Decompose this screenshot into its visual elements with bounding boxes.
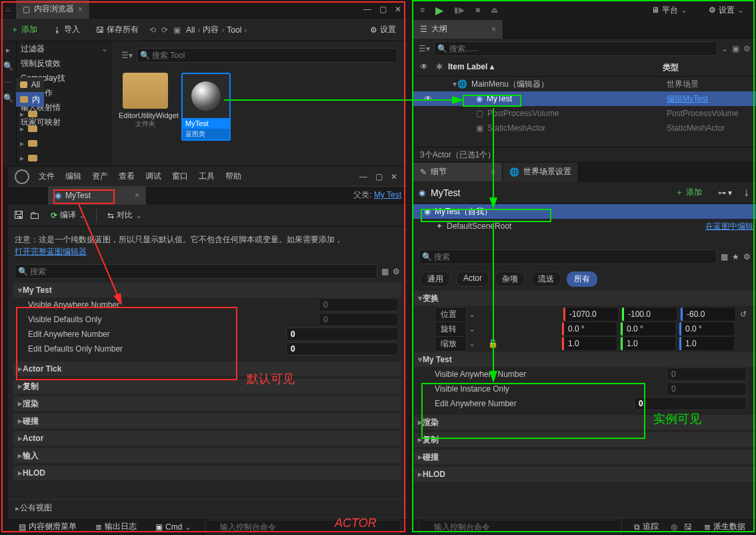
section-actor[interactable]: ▸Actor: [13, 431, 401, 446]
loc-label[interactable]: 位置: [435, 307, 467, 322]
tree-all[interactable]: All: [16, 77, 44, 92]
folder-up-icon[interactable]: ▣: [173, 25, 181, 35]
close-window-icon[interactable]: ✕: [391, 172, 397, 181]
tree-sub[interactable]: ▸: [16, 151, 44, 165]
close-window-icon[interactable]: ✕: [395, 5, 401, 14]
filter-item-0[interactable]: 强制反馈效: [17, 56, 112, 71]
public-view-label[interactable]: 公有视图: [20, 502, 52, 514]
search-icon[interactable]: 🔍: [3, 93, 13, 103]
grid-icon[interactable]: ▦: [381, 267, 389, 276]
pill-misc[interactable]: 杂项: [495, 272, 525, 287]
save-icon[interactable]: 🖫: [13, 209, 24, 221]
location-x[interactable]: -1070.0: [563, 307, 619, 322]
section-actortick[interactable]: ▸Actor Tick: [13, 362, 401, 376]
gear-icon[interactable]: ⚙: [393, 267, 400, 276]
tree-sub[interactable]: ▸: [16, 121, 44, 136]
maximize-icon[interactable]: ▢: [375, 172, 383, 181]
stop-icon[interactable]: ■: [475, 5, 480, 15]
asset-blueprint[interactable]: MyTest 蓝图类: [181, 73, 231, 141]
chevron-right-icon[interactable]: ▸: [6, 45, 10, 55]
section-collision[interactable]: ▸碰撞: [413, 450, 756, 464]
history-fwd-icon[interactable]: ⟳: [161, 25, 168, 35]
star-icon[interactable]: ★: [732, 252, 739, 261]
section-render[interactable]: ▸渲染: [413, 415, 756, 430]
pill-actor[interactable]: Actor: [456, 272, 489, 287]
crumb-tool[interactable]: Tool: [227, 25, 241, 35]
gear-icon[interactable]: ⚙: [743, 44, 751, 53]
settings-button[interactable]: ⚙设置 ⌄: [703, 3, 749, 18]
filter-icon[interactable]: ☰▾: [419, 44, 430, 53]
section-collision[interactable]: ▸碰撞: [13, 414, 401, 428]
minimize-icon[interactable]: —: [363, 5, 371, 14]
search-icon[interactable]: 🔍: [3, 61, 13, 71]
tree-sub[interactable]: ▸: [16, 136, 44, 151]
outliner-search-input[interactable]: [434, 41, 717, 56]
outliner-row-world[interactable]: ▾ 🌐 MainMenu（编辑器） 世界场景: [413, 77, 756, 91]
diff-button[interactable]: ⇆对比 ⌄: [102, 207, 147, 223]
rot-label[interactable]: 旋转: [435, 322, 467, 337]
section-mytest[interactable]: ▾My Test: [13, 283, 401, 298]
add-component-button[interactable]: ＋添加: [670, 185, 707, 200]
prop-value-input[interactable]: [286, 328, 399, 341]
menu-window[interactable]: 窗口: [172, 171, 188, 182]
search-input[interactable]: [137, 48, 397, 63]
console-input[interactable]: [419, 520, 622, 534]
details-search-input[interactable]: [419, 249, 717, 264]
add-button[interactable]: ＋添加: [5, 22, 43, 37]
output-log-button[interactable]: ≣输出日志: [90, 519, 142, 534]
world-settings-tab[interactable]: 🌐世界场景设置: [503, 163, 579, 181]
menu-edit[interactable]: 编辑: [65, 171, 81, 182]
minimize-icon[interactable]: —: [359, 172, 367, 181]
step-icon[interactable]: ▮▶: [454, 5, 465, 15]
eye-icon[interactable]: 👁: [424, 94, 437, 103]
scale-x[interactable]: 1.0: [561, 336, 617, 351]
menu-view[interactable]: 查看: [119, 171, 135, 182]
platform-button[interactable]: 🖥平台 ⌄: [646, 3, 693, 18]
section-transform[interactable]: ▾变换: [413, 291, 756, 306]
prop-value-input[interactable]: [286, 342, 399, 356]
scale-z[interactable]: 1.0: [679, 336, 735, 351]
filter-icon[interactable]: ☰▾: [121, 51, 133, 60]
section-replication[interactable]: ▸复制: [413, 432, 756, 447]
import-button[interactable]: ⭳导入: [48, 22, 85, 37]
lock-icon[interactable]: ⭳: [743, 188, 751, 197]
parent-class-link[interactable]: My Test: [374, 190, 401, 199]
rotation-z[interactable]: 0.0 °: [679, 322, 735, 336]
save-all-button[interactable]: 🖫保存所有: [91, 22, 144, 37]
section-input[interactable]: ▸输入: [13, 448, 401, 463]
outliner-row-ppv[interactable]: ▢ PostProcessVolume PostProcessVolume: [413, 106, 756, 121]
filters-header[interactable]: 过滤器 ⌄: [17, 41, 112, 56]
close-icon[interactable]: ×: [491, 167, 495, 177]
outliner-tab[interactable]: ☰ 大纲 ×: [413, 20, 503, 39]
rotation-x[interactable]: 0.0 °: [561, 322, 617, 336]
reset-icon[interactable]: ↺: [740, 310, 747, 319]
rotation-y[interactable]: 0.0 °: [620, 322, 676, 336]
outliner-row-mytest[interactable]: 👁 ◉ MyTest 编辑MyTest: [413, 91, 756, 106]
trace-button[interactable]: ⧉追踪: [629, 519, 664, 534]
close-icon[interactable]: ×: [78, 5, 83, 14]
tree-sub[interactable]: ▸: [16, 107, 44, 121]
compile-button[interactable]: ⟳编译 ⌄: [45, 207, 91, 223]
asset-folder[interactable]: EditorUtilityWidget 文件夹: [119, 73, 172, 141]
browse-icon[interactable]: 🗀: [29, 209, 40, 221]
eject-icon[interactable]: ⏏: [491, 5, 498, 15]
close-icon[interactable]: ×: [135, 191, 139, 200]
chevron-down-icon[interactable]: ⌄: [721, 44, 728, 53]
gear-icon[interactable]: ⚙: [743, 252, 751, 261]
save-icon[interactable]: 🖫: [684, 522, 692, 532]
bp-tab-mytest[interactable]: ◉ MyTest ×: [48, 186, 147, 205]
play-icon[interactable]: ▶: [435, 4, 443, 17]
scale-label[interactable]: 缩放: [435, 336, 467, 352]
content-drawer-button[interactable]: ▤内容侧滑菜单: [13, 519, 82, 534]
scale-y[interactable]: 1.0: [620, 336, 676, 351]
settings-button[interactable]: ⚙设置: [365, 22, 401, 37]
pill-all[interactable]: 所有: [567, 272, 597, 287]
content-browser-tab[interactable]: ▢ 内容浏览器 ×: [16, 0, 90, 19]
open-full-bp-link[interactable]: 打开完整蓝图编辑器: [15, 247, 87, 256]
section-hlod[interactable]: ▸HLOD: [13, 466, 401, 480]
location-z[interactable]: -60.0: [680, 307, 736, 322]
pill-general[interactable]: 通用: [420, 272, 451, 287]
details-tab[interactable]: ✎细节×: [413, 163, 503, 181]
prop-value-input[interactable]: [634, 397, 747, 410]
edit-mytest-link[interactable]: 编辑MyTest: [667, 94, 708, 103]
